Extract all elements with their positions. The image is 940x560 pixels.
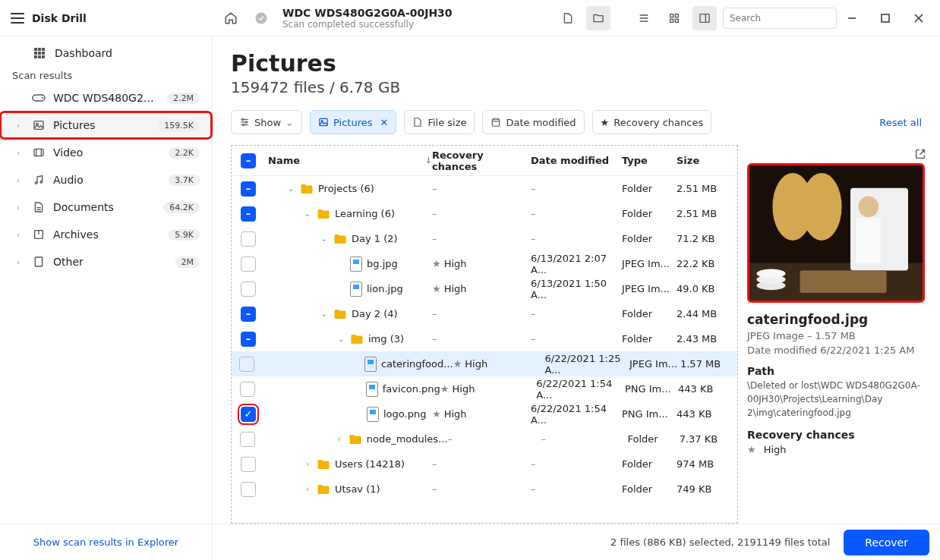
drive-name: WDC WDS480G2G0A-00JH30 [282, 7, 453, 19]
sidebar-item-documents[interactable]: ›Documents64.2K [0, 193, 212, 221]
col-type[interactable]: Type [622, 155, 677, 166]
expander-icon[interactable]: ⌄ [303, 209, 312, 218]
table-row[interactable]: ⌄Day 1 (2) – – Folder 71.2 KB [232, 226, 737, 251]
row-name: Day 1 (2) [352, 233, 398, 244]
row-checkbox[interactable] [239, 357, 254, 372]
sidebar-item-dashboard[interactable]: Dashboard [0, 42, 212, 64]
maximize-button[interactable] [870, 6, 901, 30]
col-name[interactable]: Name↓ [265, 155, 432, 166]
filter-filesize[interactable]: File size [404, 110, 475, 134]
expander-icon[interactable]: › [303, 460, 312, 468]
folder-icon [300, 183, 314, 195]
sidebar-item-other[interactable]: ›Other2M [0, 248, 212, 275]
show-dropdown[interactable]: Show⌄ [231, 110, 302, 134]
expander-icon[interactable]: › [335, 435, 344, 443]
svg-rect-24 [34, 121, 43, 130]
expander-icon[interactable]: ⌄ [320, 234, 329, 243]
home-button[interactable] [219, 6, 243, 30]
svg-rect-16 [34, 52, 37, 55]
preview-panel: cateringfood.jpg JPEG Image – 1.57 MB Da… [738, 145, 932, 524]
row-name: Users (14218) [335, 458, 405, 470]
table-row[interactable]: ›Utsav (1) – – Folder 749 KB [232, 477, 737, 502]
row-checkbox[interactable] [240, 432, 255, 447]
row-checkbox[interactable] [241, 256, 256, 272]
row-checkbox[interactable] [240, 382, 255, 397]
row-checkbox[interactable] [241, 231, 256, 247]
grid-view-button[interactable] [662, 6, 686, 30]
table-row[interactable]: – ⌄img (3) – – Folder 2.43 MB [232, 326, 737, 351]
list-view-button[interactable] [632, 6, 656, 30]
row-date: 6/22/2021 1:25 A... [545, 353, 630, 376]
expander-icon[interactable]: ⌄ [286, 184, 295, 193]
svg-point-39 [242, 118, 244, 120]
chevron-right-icon: › [17, 176, 20, 184]
popout-button[interactable] [914, 148, 926, 160]
filter-pictures[interactable]: Pictures✕ [310, 110, 396, 134]
row-checkbox[interactable]: – [241, 181, 256, 197]
row-name: Learning (6) [335, 208, 395, 219]
recover-button[interactable]: Recover [844, 530, 929, 555]
row-size: 2.51 MB [677, 208, 737, 219]
recovery-value: High [764, 444, 787, 455]
sidebar-drive-item[interactable]: WDC WDS480G2G0A-0... 2.2M [0, 84, 212, 112]
row-checkbox[interactable]: ✓ [241, 407, 256, 422]
row-recovery: – [432, 458, 531, 470]
table-row[interactable]: lion.jpg ★High 6/13/2021 1:50 A... JPEG … [232, 276, 737, 301]
row-checkbox[interactable]: – [241, 307, 256, 322]
table-row[interactable]: ›Users (14218) – – Folder 974 MB [232, 451, 737, 477]
filter-date[interactable]: Date modified [482, 110, 584, 134]
sidebar-item-archives[interactable]: ›Archives5.9K [0, 221, 212, 248]
expander-icon[interactable]: ⌄ [320, 310, 329, 318]
svg-rect-4 [675, 19, 678, 22]
reset-filters[interactable]: Reset all [879, 117, 922, 128]
page-title: Pictures [231, 50, 922, 77]
path-label: Path [747, 365, 925, 377]
row-checkbox[interactable] [241, 457, 256, 472]
expander-icon[interactable]: › [303, 485, 312, 493]
row-checkbox[interactable]: – [241, 206, 256, 222]
sidebar-item-video[interactable]: ›Video2.2K [0, 139, 212, 166]
col-date[interactable]: Date modified [531, 155, 622, 166]
star-icon: ★ [432, 283, 441, 294]
svg-rect-13 [34, 48, 37, 51]
svg-rect-10 [882, 14, 889, 22]
folder-view-button[interactable] [586, 6, 610, 30]
close-button[interactable] [904, 6, 934, 30]
row-checkbox[interactable] [241, 282, 256, 297]
table-row[interactable]: – ⌄Day 2 (4) – – Folder 2.44 MB [232, 301, 737, 326]
menu-button[interactable] [11, 13, 24, 24]
table-row[interactable]: – ⌄Projects (6) – – Folder 2.51 MB [232, 176, 737, 201]
row-type: PNG Im... [622, 408, 677, 420]
row-checkbox[interactable] [241, 482, 256, 497]
panel-view-button[interactable] [692, 6, 717, 30]
expander-icon[interactable]: ⌄ [336, 335, 345, 343]
table-row[interactable]: ✓ logo.png ★High 6/22/2021 1:54 A... PNG… [232, 401, 737, 426]
svg-rect-42 [320, 118, 328, 125]
svg-rect-54 [856, 218, 881, 263]
show-in-explorer-link[interactable]: Show scan results in Explorer [33, 536, 178, 548]
table-row[interactable]: ›node_modules... – – Folder 7.37 KB [232, 426, 737, 451]
sidebar-item-pictures[interactable]: ›Pictures159.5K [0, 112, 212, 139]
search-input[interactable] [723, 8, 837, 29]
table-row[interactable]: favicon.png ★High 6/22/2021 1:54 A... PN… [232, 376, 737, 401]
table-row[interactable]: – ⌄Learning (6) – – Folder 2.51 MB [232, 201, 737, 226]
sidebar-item-audio[interactable]: ›Audio3.7K [0, 166, 212, 193]
table-row[interactable]: cateringfood... ★High 6/22/2021 1:25 A..… [232, 351, 737, 376]
select-all-checkbox[interactable]: – [241, 153, 256, 168]
row-checkbox[interactable]: – [241, 332, 256, 347]
filter-recovery[interactable]: ★Recovery chances [592, 110, 712, 134]
row-date: – [531, 333, 622, 344]
svg-point-51 [801, 173, 841, 241]
minimize-button[interactable] [837, 6, 867, 30]
file-table[interactable]: – Name↓ Recovery chances Date modified T… [231, 145, 738, 524]
table-row[interactable]: bg.jpg ★High 6/13/2021 2:07 A... JPEG Im… [232, 251, 737, 276]
col-size[interactable]: Size [677, 155, 737, 166]
file-icon-button[interactable] [556, 6, 580, 30]
remove-filter-icon[interactable]: ✕ [380, 117, 388, 128]
row-type: Folder [622, 208, 677, 219]
row-date: – [531, 483, 622, 495]
col-recovery[interactable]: Recovery chances [432, 149, 531, 172]
svg-point-30 [40, 181, 43, 183]
row-name: logo.png [383, 408, 426, 420]
row-recovery: – [448, 433, 541, 445]
